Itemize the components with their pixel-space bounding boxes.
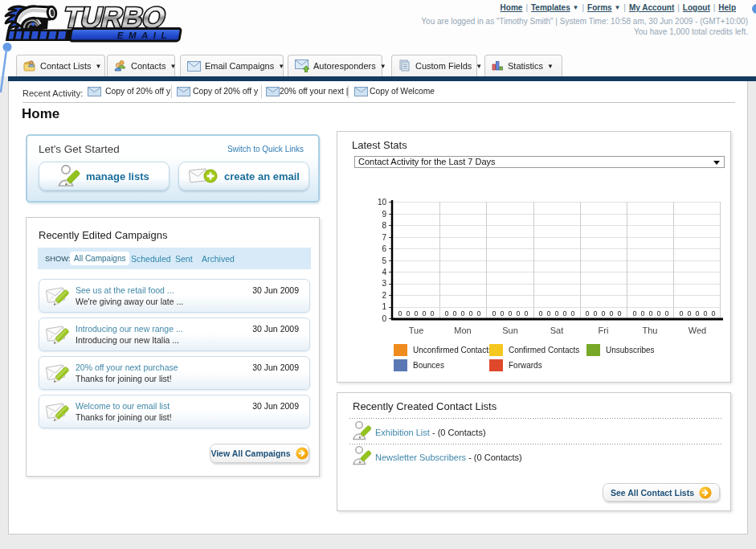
svg-text:7: 7 bbox=[382, 233, 386, 242]
svg-text:0: 0 bbox=[585, 309, 589, 318]
svg-text:0: 0 bbox=[617, 309, 621, 318]
svg-text:6: 6 bbox=[382, 244, 386, 253]
svg-text:0: 0 bbox=[422, 309, 426, 318]
svg-text:4: 4 bbox=[382, 268, 386, 277]
svg-text:0: 0 bbox=[679, 309, 683, 318]
svg-text:0: 0 bbox=[711, 309, 715, 318]
svg-text:0: 0 bbox=[687, 309, 691, 318]
svg-text:0: 0 bbox=[664, 309, 668, 318]
svg-text:0: 0 bbox=[452, 309, 456, 318]
svg-text:1: 1 bbox=[382, 302, 386, 311]
svg-text:0: 0 bbox=[524, 309, 528, 318]
svg-text:8: 8 bbox=[382, 221, 386, 230]
svg-text:0: 0 bbox=[398, 309, 402, 318]
svg-text:0: 0 bbox=[508, 309, 512, 318]
svg-text:0: 0 bbox=[538, 309, 542, 318]
svg-text:Mon: Mon bbox=[454, 326, 471, 335]
svg-text:0: 0 bbox=[460, 309, 464, 318]
svg-text:0: 0 bbox=[516, 309, 520, 318]
svg-text:0: 0 bbox=[382, 314, 386, 323]
svg-text:0: 0 bbox=[695, 309, 699, 318]
svg-text:0: 0 bbox=[500, 309, 504, 318]
svg-text:Sat: Sat bbox=[550, 326, 564, 335]
svg-text:0: 0 bbox=[640, 309, 644, 318]
svg-text:9: 9 bbox=[382, 210, 386, 219]
svg-text:EMAIL: EMAIL bbox=[116, 31, 173, 40]
svg-text:5: 5 bbox=[382, 256, 386, 265]
svg-text:Tue: Tue bbox=[409, 326, 424, 335]
svg-text:0: 0 bbox=[562, 309, 566, 318]
svg-text:Fri: Fri bbox=[599, 326, 609, 335]
svg-text:0: 0 bbox=[414, 309, 418, 318]
svg-text:0: 0 bbox=[468, 309, 472, 318]
svg-text:0: 0 bbox=[476, 309, 480, 318]
svg-text:0: 0 bbox=[703, 309, 707, 318]
svg-text:0: 0 bbox=[593, 309, 597, 318]
svg-text:0: 0 bbox=[648, 309, 652, 318]
svg-text:0: 0 bbox=[430, 309, 434, 318]
svg-text:0: 0 bbox=[656, 309, 660, 318]
svg-text:10: 10 bbox=[378, 198, 387, 207]
svg-text:0: 0 bbox=[554, 309, 558, 318]
svg-text:0: 0 bbox=[601, 309, 605, 318]
svg-text:0: 0 bbox=[609, 309, 613, 318]
svg-text:0: 0 bbox=[492, 309, 496, 318]
svg-text:0: 0 bbox=[444, 309, 448, 318]
svg-text:0: 0 bbox=[406, 309, 410, 318]
svg-text:3: 3 bbox=[382, 279, 386, 288]
svg-text:0: 0 bbox=[570, 309, 574, 318]
svg-text:0: 0 bbox=[546, 309, 550, 318]
svg-text:Wed: Wed bbox=[689, 326, 706, 335]
svg-text:Thu: Thu bbox=[643, 326, 658, 335]
svg-text:2: 2 bbox=[382, 291, 386, 300]
svg-text:Sun: Sun bbox=[502, 326, 518, 335]
svg-text:0: 0 bbox=[632, 309, 636, 318]
